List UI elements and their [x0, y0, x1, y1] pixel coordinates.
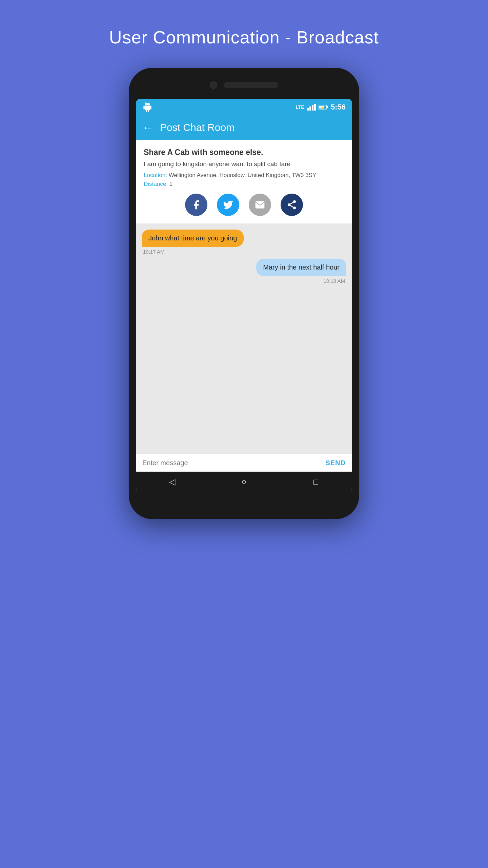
svg-line-7 [290, 205, 293, 207]
nav-back-button[interactable]: ◁ [164, 475, 181, 489]
phone-bottom [136, 492, 352, 502]
timestamp-right: 10:18 AM [322, 278, 346, 284]
post-distance: Distance: 1 [144, 181, 344, 188]
distance-label: Distance: [144, 181, 168, 187]
message-right: Mary in the next half hour 10:18 AM [142, 259, 346, 284]
bubble-right: Mary in the next half hour [256, 259, 346, 276]
app-bar: ← Post Chat Room [136, 115, 352, 140]
phone-camera [210, 81, 217, 89]
svg-point-5 [288, 203, 290, 206]
status-time: 5:56 [331, 103, 346, 112]
svg-point-6 [293, 206, 296, 209]
post-title: Share A Cab with someone else. [144, 148, 344, 157]
page-title: User Communication - Broadcast [109, 27, 379, 47]
lte-badge: LTE [296, 104, 304, 110]
svg-text:⚡: ⚡ [320, 105, 325, 110]
twitter-button[interactable] [217, 194, 239, 216]
nav-home-button[interactable]: ○ [236, 475, 252, 489]
phone-top [136, 78, 352, 92]
email-button[interactable] [249, 194, 271, 216]
bubble-left: John what time are you going [142, 230, 244, 247]
facebook-button[interactable] [185, 194, 207, 216]
signal-icon [307, 104, 316, 111]
post-body: I am going to kingston anyone want to sp… [144, 160, 344, 168]
status-right: LTE ⚡ 5:56 [296, 103, 346, 112]
input-area: SEND [136, 454, 352, 472]
phone-speaker [224, 82, 278, 88]
bottom-nav: ◁ ○ □ [136, 472, 352, 492]
chat-area: John what time are you going 10:17 AM Ma… [136, 223, 352, 454]
timestamp-left: 10:17 AM [142, 249, 166, 255]
share-button[interactable] [281, 194, 303, 216]
phone-frame: LTE ⚡ 5:56 ← Post Chat Ro [129, 68, 359, 519]
svg-line-8 [290, 202, 293, 204]
svg-point-4 [293, 200, 296, 203]
distance-value: 1 [169, 181, 172, 187]
svg-rect-1 [327, 106, 328, 108]
back-button[interactable]: ← [142, 121, 153, 134]
post-location: Location: Wellington Avenue, Hounslow, U… [144, 172, 344, 179]
message-left: John what time are you going 10:17 AM [142, 230, 346, 255]
app-bar-title: Post Chat Room [160, 122, 235, 133]
location-value: Wellington Avenue, Hounslow, United King… [169, 172, 317, 178]
send-button[interactable]: SEND [325, 459, 346, 467]
status-bar: LTE ⚡ 5:56 [136, 99, 352, 115]
social-buttons [144, 194, 344, 216]
message-input[interactable] [142, 459, 322, 467]
android-icon [142, 102, 152, 112]
location-label: Location: [144, 172, 167, 178]
battery-icon: ⚡ [319, 104, 328, 110]
post-card: Share A Cab with someone else. I am goin… [136, 140, 352, 223]
phone-screen: LTE ⚡ 5:56 ← Post Chat Ro [136, 99, 352, 492]
status-left [142, 102, 152, 112]
nav-recent-button[interactable]: □ [307, 475, 324, 489]
